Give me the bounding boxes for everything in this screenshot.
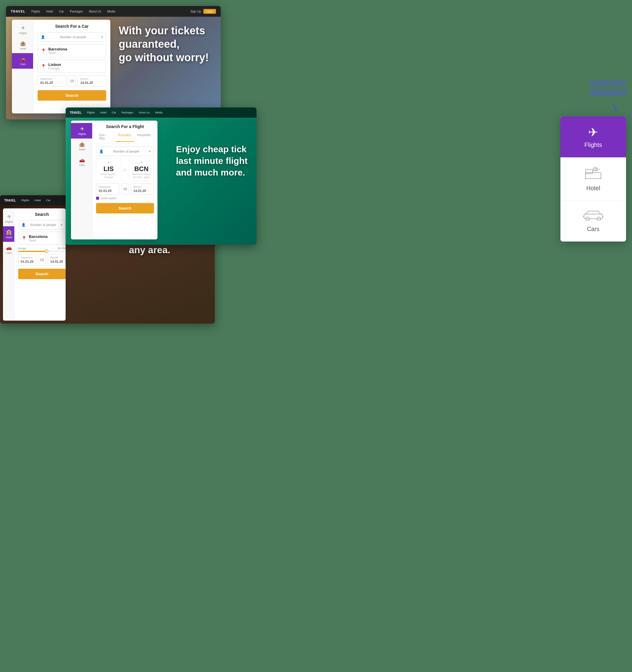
- airports-row: ✈ LIS Lisbon Airport · Portugal ⇄ ✈ BCN …: [96, 158, 154, 181]
- sidebar-cars-ht-label: Cars: [6, 251, 12, 254]
- hotel-search-panel: ✈ Flights 🏨 Hotel 🚗 Cars Search 👤 Number…: [3, 208, 66, 321]
- cat-flights[interactable]: ✈ Flights: [560, 116, 626, 158]
- checkbox-lorem[interactable]: [96, 197, 99, 200]
- flight-passengers-count: 13: [123, 187, 127, 191]
- car-departure-box[interactable]: Departure 01.01.20: [37, 75, 66, 87]
- car-passengers[interactable]: 13: [68, 75, 76, 87]
- hotel-date-row: Departure 01.01.20 13 Return 14.01.20: [18, 254, 66, 265]
- nav-flights-ht[interactable]: Flights: [21, 199, 29, 202]
- car-navbar: TRAVEL Flights Hotel Car Packages About …: [6, 6, 221, 17]
- car-route-1-info: Barcelona Spain: [48, 47, 67, 55]
- to-icon: ✈: [131, 161, 151, 164]
- hotel-departure-date: 01.01.20: [21, 260, 34, 263]
- checkbox-row: Lorem Ipsum: [96, 197, 154, 200]
- cat-cars[interactable]: Cars: [560, 201, 626, 241]
- hotel-icon: 🏨: [20, 41, 26, 46]
- sidebar-cars-fl[interactable]: 🚗 Cars: [71, 154, 92, 170]
- sidebar-flights-ht[interactable]: ✈ Flights: [3, 211, 14, 226]
- nav-media-fl[interactable]: Media: [155, 111, 162, 114]
- to-airport[interactable]: ✈ BCN Barcelona Airport (El Prat) · Spai…: [129, 158, 154, 181]
- hotel-passengers-count: 13: [40, 258, 44, 262]
- hotel-range-label: Range 85 KM: [18, 247, 66, 250]
- car-icon-ht: 🚗: [6, 245, 12, 250]
- car-form: Search For a Car 👤 Number of people ▾ 📍 …: [33, 20, 110, 114]
- from-iata: LIS: [99, 165, 119, 173]
- hotel-return-label: Return: [50, 256, 63, 259]
- flight-return-label: Return: [133, 185, 151, 188]
- sidebar-flights-ht-label: Flights: [5, 220, 13, 223]
- flight-form: Search For a Flight One - Way Roundtrip …: [93, 121, 157, 239]
- sidebar-hotel-fl[interactable]: 🏨 Hotel: [71, 139, 92, 154]
- cat-car-icon: [566, 210, 620, 223]
- sidebar-cars-fl-label: Cars: [79, 164, 85, 167]
- hotel-departure-label: Departure: [21, 256, 34, 259]
- car-route-2-info: Lisbon Portugal: [48, 63, 61, 70]
- flight-search-button[interactable]: Search: [96, 203, 154, 213]
- centrally-managed-area: Centrally Managed ↙: [554, 78, 626, 97]
- flight-tabs: One - Way Roundtrip Hospitality: [96, 132, 154, 144]
- sidebar-hotel-ht-label: Hotel: [6, 236, 12, 239]
- car-return-box[interactable]: Return 14.01.20: [78, 75, 106, 87]
- car-search-button[interactable]: Search: [37, 90, 106, 101]
- nav-hotel-ht[interactable]: Hotel: [34, 199, 41, 202]
- nav-car-car[interactable]: Car: [59, 10, 64, 13]
- num-people-label: Number of people: [60, 35, 86, 39]
- card-car: With your ticketsguaranteed,go without w…: [6, 6, 221, 119]
- hotel-range-bar[interactable]: [18, 251, 66, 252]
- sidebar-cars-label: Cars: [20, 63, 26, 66]
- sidebar-flights[interactable]: ✈ Flights: [12, 22, 33, 38]
- svg-rect-6: [584, 214, 603, 219]
- plane-icon: ✈: [21, 25, 25, 31]
- hotel-passengers[interactable]: 13: [38, 254, 46, 265]
- hotel-city-info: Barcelona Spain: [29, 234, 48, 242]
- sidebar-hotel-label: Hotel: [20, 47, 26, 50]
- hotel-return-box[interactable]: Return 14.01.20: [48, 254, 66, 265]
- car-num-people[interactable]: 👤 Number of people ▾: [37, 32, 106, 42]
- car-sidebar: ✈ Flights 🏨 Hotel 🚗 Cars: [12, 20, 33, 114]
- nav-about-fl[interactable]: About Us: [139, 111, 150, 114]
- sidebar-hotel-ht[interactable]: 🏨 Hotel: [3, 226, 14, 242]
- nav-packages-fl[interactable]: Packages: [121, 111, 133, 114]
- car-nav-right: Sign Up Login: [190, 9, 216, 14]
- nav-car-fl[interactable]: Car: [112, 111, 116, 114]
- nav-packages-car[interactable]: Packages: [70, 10, 83, 13]
- sidebar-flights-fl[interactable]: ✈ Flights: [71, 123, 92, 139]
- nav-car-ht[interactable]: Car: [46, 199, 51, 202]
- nav-flights-car[interactable]: Flights: [31, 10, 40, 13]
- nav-about-car[interactable]: About Us: [89, 10, 101, 13]
- car-login-btn[interactable]: Login: [203, 9, 216, 14]
- sidebar-hotel-fl-label: Hotel: [79, 148, 85, 151]
- flight-date-row: Departure 01.01.20 13 Return 14.01.20: [96, 183, 154, 195]
- tab-hospitality[interactable]: Hospitality: [134, 132, 154, 142]
- chevron-down-icon-ht: ▾: [60, 223, 62, 227]
- flight-departure-box[interactable]: Departure 01.01.20: [96, 183, 119, 195]
- flight-return-box[interactable]: Return 14.01.20: [131, 183, 154, 195]
- sidebar-hotel[interactable]: 🏨 Hotel: [12, 38, 33, 53]
- from-airport[interactable]: ✈ LIS Lisbon Airport · Portugal: [96, 158, 121, 181]
- tab-oneway[interactable]: One - Way: [96, 132, 116, 142]
- nav-hotel-car[interactable]: Hotel: [46, 10, 53, 13]
- nav-media-car[interactable]: Media: [107, 10, 115, 13]
- cat-hotel[interactable]: Hotel: [560, 158, 626, 201]
- centrally-label: Centrally Managed: [554, 78, 626, 97]
- car-form-title: Search For a Car: [37, 24, 106, 29]
- range-thumb[interactable]: [45, 249, 48, 253]
- to-iata: BCN: [131, 165, 151, 173]
- cat-cars-label: Cars: [566, 226, 620, 233]
- car-route-2: 📍 Lisbon Portugal: [37, 60, 106, 73]
- hotel-num-people[interactable]: 👤 Number of people ▾: [18, 220, 66, 230]
- hotel-departure-box[interactable]: Departure 01.01.20: [18, 254, 36, 265]
- hotel-search-button[interactable]: Search: [18, 269, 66, 279]
- nav-hotel-fl[interactable]: Hotel: [100, 111, 106, 114]
- car-return-label: Return: [80, 77, 103, 80]
- flight-num-people[interactable]: 👤 Number of people ▾: [96, 147, 154, 156]
- chevron-down-icon: ▾: [101, 35, 103, 39]
- flight-sidebar: ✈ Flights 🏨 Hotel 🚗 Cars: [71, 121, 93, 239]
- car-signup[interactable]: Sign Up: [190, 10, 201, 13]
- cat-flights-label: Flights: [566, 142, 620, 148]
- sidebar-cars-ht[interactable]: 🚗 Cars: [3, 242, 14, 257]
- tab-roundtrip[interactable]: Roundtrip: [116, 132, 134, 142]
- sidebar-cars[interactable]: 🚗 Cars: [12, 53, 33, 69]
- nav-flights-fl[interactable]: Flights: [87, 111, 95, 114]
- flight-passengers[interactable]: 13: [121, 183, 129, 195]
